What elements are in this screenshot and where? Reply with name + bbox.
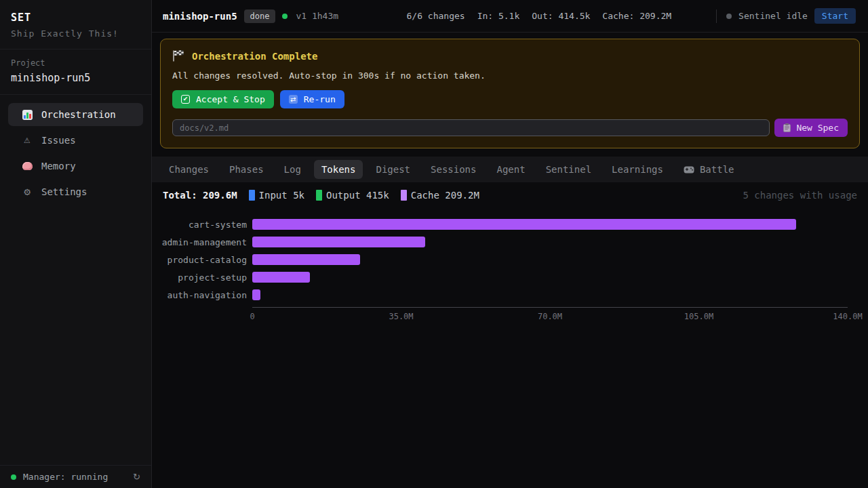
run-status-dot bbox=[282, 14, 288, 19]
app-tagline: Ship Exactly This! bbox=[11, 28, 140, 39]
orchestration-complete-banner: Orchestration Complete All changes resol… bbox=[160, 39, 860, 148]
tab-learnings[interactable]: Learnings bbox=[604, 160, 671, 179]
bar-chart-icon bbox=[22, 110, 33, 120]
chart-row: project-setup bbox=[152, 268, 848, 286]
sentinel-status-label: Sentinel idle bbox=[738, 11, 808, 21]
x-tick: 70.0M bbox=[538, 312, 562, 321]
token-total: Total: 209.6M bbox=[163, 190, 237, 201]
tab-bar: Changes Phases Log Tokens Digest Session… bbox=[152, 157, 868, 182]
run-title: minishop-run5 bbox=[163, 11, 237, 22]
x-tick: 105.0M bbox=[684, 312, 713, 321]
run-version: v1 1h43m bbox=[296, 11, 338, 21]
divider bbox=[716, 9, 717, 23]
repeat-icon: ⇄ bbox=[289, 95, 298, 104]
sidebar: SET Ship Exactly This! Project minishop-… bbox=[0, 0, 152, 488]
tab-log[interactable]: Log bbox=[277, 160, 309, 179]
chart-row: admin-management bbox=[152, 233, 848, 251]
rerun-button[interactable]: ⇄ Re-run bbox=[280, 90, 344, 108]
token-summary-bar: Total: 209.6M Input 5k Output 415k Cache… bbox=[152, 182, 868, 207]
x-tick: 140.0M bbox=[833, 312, 862, 321]
project-label: Project bbox=[11, 58, 140, 68]
bar-track bbox=[252, 219, 848, 230]
tab-tokens[interactable]: Tokens bbox=[314, 160, 363, 179]
stat-output: Out: 414.5k bbox=[532, 11, 590, 21]
app-logo: SET bbox=[11, 12, 140, 24]
sidebar-nav: Orchestration ⚠ Issues Memory ⚙ Settings bbox=[0, 95, 151, 203]
accept-and-stop-button[interactable]: ✔ Accept & Stop bbox=[172, 90, 274, 108]
legend-cache: Cache 209.2M bbox=[401, 190, 479, 201]
stat-cache: Cache: 209.2M bbox=[602, 11, 671, 21]
x-axis: 0 35.0M 70.0M 105.0M 140.0M bbox=[252, 307, 848, 325]
bar-track bbox=[252, 272, 848, 283]
project-block: Project minishop-run5 bbox=[0, 49, 151, 94]
banner-message: All changes resolved. Auto-stop in 300s … bbox=[172, 70, 848, 81]
tab-digest[interactable]: Digest bbox=[368, 160, 418, 179]
banner-title: Orchestration Complete bbox=[192, 51, 317, 62]
bar-label: auth-navigation bbox=[152, 290, 247, 300]
gear-icon: ⚙ bbox=[22, 187, 33, 197]
input-swatch bbox=[249, 190, 255, 201]
app-window: SET Ship Exactly This! Project minishop-… bbox=[0, 0, 868, 488]
tab-phases[interactable]: Phases bbox=[222, 160, 271, 179]
tab-sentinel[interactable]: Sentinel bbox=[538, 160, 599, 179]
x-tick: 0 bbox=[250, 312, 254, 321]
refresh-icon[interactable]: ↻ bbox=[133, 472, 140, 482]
bar-admin-management bbox=[252, 237, 425, 247]
checkered-flag-icon bbox=[172, 50, 184, 62]
bar-label: project-setup bbox=[152, 272, 247, 283]
manager-status-label: Manager: running bbox=[23, 472, 108, 482]
stat-input: In: 5.1k bbox=[477, 11, 520, 21]
brain-icon bbox=[22, 162, 33, 170]
sidebar-item-memory[interactable]: Memory bbox=[8, 155, 143, 178]
bar-track bbox=[252, 254, 848, 265]
project-name: minishop-run5 bbox=[11, 72, 140, 84]
new-spec-button[interactable]: New Spec bbox=[774, 119, 848, 137]
bar-auth-navigation bbox=[252, 289, 260, 300]
bar-track bbox=[252, 289, 848, 300]
bar-project-setup bbox=[252, 272, 310, 283]
legend-input: Input 5k bbox=[249, 190, 304, 201]
run-stats: 6/6 changes In: 5.1k Out: 414.5k Cache: … bbox=[407, 11, 672, 21]
bar-track bbox=[252, 237, 848, 247]
tab-sessions[interactable]: Sessions bbox=[423, 160, 484, 179]
sentinel-status-dot bbox=[726, 14, 732, 19]
output-swatch bbox=[316, 190, 322, 201]
sidebar-item-issues[interactable]: ⚠ Issues bbox=[8, 129, 143, 152]
sidebar-item-settings[interactable]: ⚙ Settings bbox=[8, 180, 143, 203]
bar-label: product-catalog bbox=[152, 255, 247, 265]
top-bar: minishop-run5 done v1 1h43m 6/6 changes … bbox=[152, 0, 868, 33]
chart-row: product-catalog bbox=[152, 251, 848, 268]
x-tick: 35.0M bbox=[389, 312, 413, 321]
logo-block: SET Ship Exactly This! bbox=[0, 0, 151, 49]
cache-swatch bbox=[401, 190, 407, 201]
sidebar-item-label: Issues bbox=[41, 135, 76, 146]
chart-row: cart-system bbox=[152, 216, 848, 233]
gamepad-icon bbox=[684, 166, 694, 174]
legend-output: Output 415k bbox=[316, 190, 389, 201]
chart-row: auth-navigation bbox=[152, 286, 848, 304]
sidebar-item-orchestration[interactable]: Orchestration bbox=[8, 103, 143, 126]
bar-label: cart-system bbox=[152, 220, 247, 230]
sidebar-item-label: Settings bbox=[41, 186, 87, 197]
bar-label: admin-management bbox=[152, 237, 247, 247]
bar-product-catalog bbox=[252, 254, 360, 265]
stat-changes: 6/6 changes bbox=[407, 11, 465, 21]
sidebar-item-label: Orchestration bbox=[41, 109, 116, 120]
tab-battle[interactable]: Battle bbox=[676, 160, 742, 179]
spec-path-input[interactable] bbox=[172, 119, 770, 136]
bar-cart-system bbox=[252, 219, 796, 230]
tab-changes[interactable]: Changes bbox=[161, 160, 216, 179]
status-badge: done bbox=[244, 9, 276, 23]
sentinel-group: Sentinel idle Start bbox=[716, 8, 856, 24]
usage-note: 5 changes with usage bbox=[743, 190, 857, 201]
sidebar-item-label: Memory bbox=[41, 161, 76, 171]
tab-agent[interactable]: Agent bbox=[489, 160, 532, 179]
main-area: minishop-run5 done v1 1h43m 6/6 changes … bbox=[152, 0, 868, 488]
token-usage-chart: cart-system admin-management product-cat… bbox=[152, 207, 868, 325]
manager-status-bar: Manager: running ↻ bbox=[0, 465, 151, 488]
manager-status-dot bbox=[11, 474, 16, 480]
clipboard-icon bbox=[783, 123, 791, 132]
check-icon: ✔ bbox=[181, 95, 190, 104]
warning-icon: ⚠ bbox=[22, 136, 33, 145]
start-sentinel-button[interactable]: Start bbox=[814, 8, 856, 24]
